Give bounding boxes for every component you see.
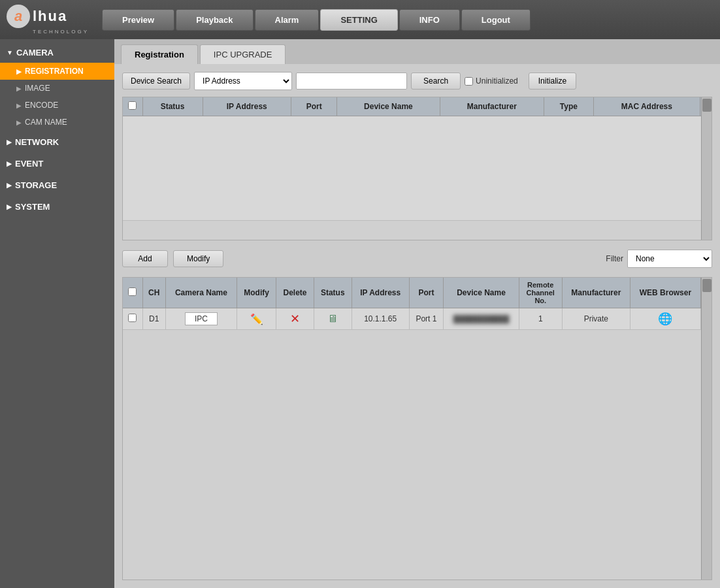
logo-name: lhua: [33, 8, 67, 25]
camname-arrow-icon: ▶: [16, 119, 22, 126]
sidebar-header-network[interactable]: ▶ NETWORK: [0, 132, 114, 152]
lower-col-remote-ch: RemoteChannelNo.: [519, 278, 562, 308]
delete-icon[interactable]: ✕: [290, 312, 300, 325]
logo-tagline: TECHNOLOGY: [33, 29, 89, 35]
storage-expand-icon: ▶: [7, 182, 12, 189]
lower-col-port: Port: [409, 278, 444, 308]
sidebar-item-image[interactable]: ▶ IMAGE: [0, 80, 114, 97]
add-button[interactable]: Add: [122, 250, 168, 267]
upper-scrollbar[interactable]: [701, 97, 712, 240]
lower-col-camera-name: Camera Name: [166, 278, 237, 308]
lower-table: CH Camera Name Modify Delete Status IP A…: [123, 278, 712, 330]
upper-table-header-row: Status IP Address Port Device Name Manuf…: [123, 97, 712, 116]
upper-empty-row-1: [123, 116, 712, 221]
upper-col-device-name: Device Name: [337, 97, 440, 116]
upper-col-status: Status: [142, 97, 203, 116]
upper-col-checkbox: [123, 97, 142, 116]
lower-col-delete: Delete: [276, 278, 314, 308]
search-bar: Device Search IP Address IP Segment Devi…: [122, 72, 712, 90]
search-button[interactable]: Search: [411, 73, 461, 90]
sidebar: ▼ CAMERA ▶ REGISTRATION ▶ IMAGE ▶ ENCODE…: [0, 39, 114, 588]
upper-table-container: Status IP Address Port Device Name Manuf…: [122, 97, 712, 240]
content-area: Registration IPC UPGRADE Device Search I…: [114, 39, 720, 588]
camera-name-display: IPC: [185, 312, 218, 325]
row-status-cell: 🖥: [314, 308, 352, 330]
filter-select[interactable]: None Online Offline: [627, 250, 712, 268]
sidebar-header-event[interactable]: ▶ EVENT: [0, 154, 114, 174]
row-ch: D1: [142, 308, 166, 330]
logo: a lhua: [7, 5, 67, 28]
lower-scrollbar-thumb[interactable]: [702, 279, 712, 292]
row-checkbox-cell[interactable]: [123, 308, 142, 330]
modify-pencil-icon[interactable]: ✏️: [250, 314, 263, 325]
sidebar-section-network: ▶ NETWORK: [0, 132, 114, 152]
row-checkbox[interactable]: [128, 314, 137, 322]
nav-playback[interactable]: Playback: [176, 9, 253, 31]
row-manufacturer: Private: [562, 308, 630, 330]
row-remote-channel: 1: [519, 308, 562, 330]
tab-registration[interactable]: Registration: [121, 44, 198, 64]
row-modify-cell[interactable]: ✏️: [237, 308, 276, 330]
lower-col-status: Status: [314, 278, 352, 308]
status-monitor-icon: 🖥: [327, 313, 338, 324]
nav-alarm[interactable]: Alarm: [255, 9, 319, 31]
lower-col-device-name: Device Name: [444, 278, 519, 308]
sidebar-item-encode[interactable]: ▶ ENCODE: [0, 97, 114, 114]
sidebar-section-storage: ▶ STORAGE: [0, 175, 114, 195]
lower-col-modify: Modify: [237, 278, 276, 308]
lower-col-web-browser: WEB Browser: [630, 278, 700, 308]
initialize-button[interactable]: Initialize: [529, 73, 576, 90]
ip-address-select[interactable]: IP Address IP Segment Device Name: [194, 72, 292, 90]
web-browser-icon[interactable]: 🌐: [658, 312, 672, 325]
device-search-button[interactable]: Device Search: [122, 73, 190, 90]
lower-select-all-checkbox[interactable]: [128, 287, 137, 296]
row-delete-cell[interactable]: ✕: [276, 308, 314, 330]
row-device-name-blurred: ███████████: [453, 315, 510, 323]
upper-col-port: Port: [291, 97, 337, 116]
bottom-bar: Add Modify Filter None Online Offline: [122, 247, 712, 270]
encode-arrow-icon: ▶: [16, 102, 22, 109]
row-web-browser-cell[interactable]: 🌐: [630, 308, 700, 330]
sidebar-header-camera[interactable]: ▼ CAMERA: [0, 42, 114, 63]
upper-select-all-checkbox[interactable]: [128, 101, 137, 110]
lower-col-ip: IP Address: [352, 278, 409, 308]
tab-ipc-upgrade[interactable]: IPC UPGRADE: [200, 44, 286, 64]
lower-scrollbar[interactable]: [701, 278, 712, 580]
filter-section: Filter None Online Offline: [606, 250, 712, 268]
nav-setting[interactable]: SETTING: [320, 9, 397, 31]
sidebar-header-storage[interactable]: ▶ STORAGE: [0, 175, 114, 195]
uninitialized-checkbox[interactable]: [465, 77, 473, 86]
system-expand-icon: ▶: [7, 203, 12, 210]
sidebar-camera-label: CAMERA: [16, 48, 54, 57]
nav-preview[interactable]: Preview: [102, 9, 174, 31]
filter-label: Filter: [606, 254, 623, 263]
sidebar-section-event: ▶ EVENT: [0, 154, 114, 174]
lower-col-manufacturer: Manufacturer: [562, 278, 630, 308]
image-arrow-icon: ▶: [16, 85, 22, 92]
nav-logout[interactable]: Logout: [461, 9, 531, 31]
row-camera-name: IPC: [166, 308, 237, 330]
upper-col-manufacturer: Manufacturer: [440, 97, 544, 116]
search-input[interactable]: [296, 73, 407, 90]
tab-bar: Registration IPC UPGRADE: [114, 39, 720, 64]
nav-bar: Preview Playback Alarm SETTING INFO Logo…: [102, 9, 531, 31]
upper-table: Status IP Address Port Device Name Manuf…: [123, 97, 712, 221]
uninitialized-label[interactable]: Uninitialized: [465, 76, 518, 86]
upper-scrollbar-thumb[interactable]: [702, 99, 712, 112]
row-port: Port 1: [409, 308, 444, 330]
lower-col-ch: CH: [142, 278, 166, 308]
sidebar-header-system[interactable]: ▶ SYSTEM: [0, 197, 114, 217]
row-ip: 10.1.1.65: [352, 308, 409, 330]
sidebar-item-camname[interactable]: ▶ CAM NAME: [0, 114, 114, 131]
modify-button[interactable]: Modify: [173, 250, 223, 267]
sidebar-item-registration[interactable]: ▶ REGISTRATION: [0, 63, 114, 80]
lower-table-container: CH Camera Name Modify Delete Status IP A…: [122, 277, 712, 580]
registration-arrow-icon: ▶: [16, 68, 22, 75]
event-expand-icon: ▶: [7, 160, 12, 167]
logo-circle: a: [7, 5, 30, 28]
nav-info[interactable]: INFO: [399, 9, 460, 31]
logo-wrap: a lhua TECHNOLOGY: [7, 5, 89, 35]
lower-table-header-row: CH Camera Name Modify Delete Status IP A…: [123, 278, 712, 308]
top-bar: a lhua TECHNOLOGY Preview Playback Alarm…: [0, 0, 720, 39]
upper-col-type: Type: [544, 97, 594, 116]
